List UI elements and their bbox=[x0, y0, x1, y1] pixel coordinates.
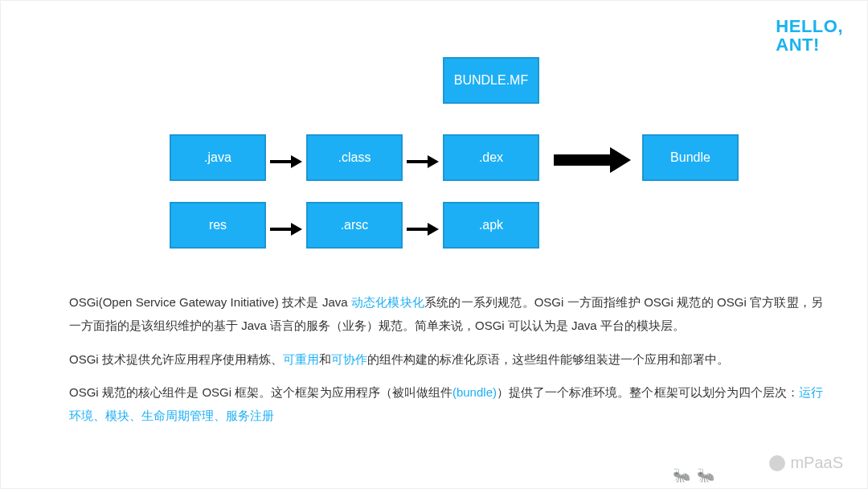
highlight-reusable: 可重用 bbox=[283, 352, 319, 366]
paragraph-3: OSGi 规范的核心组件是 OSGi 框架。这个框架为应用程序（被叫做组件(bu… bbox=[69, 380, 823, 428]
paragraph-1: OSGi(Open Service Gateway Initiative) 技术… bbox=[69, 290, 823, 338]
highlight-bundle: (bundle) bbox=[452, 385, 497, 399]
highlight-dynamic-modular: 动态化模块化 bbox=[351, 295, 424, 309]
ant-decoration-2: 🐜 bbox=[697, 466, 714, 484]
logo-line2: ANT! bbox=[776, 35, 843, 54]
wechat-icon bbox=[769, 455, 785, 471]
arrow-class-to-dex bbox=[407, 155, 439, 168]
highlight-collaborative: 可协作 bbox=[331, 352, 367, 366]
watermark: mPaaS bbox=[769, 454, 843, 472]
description-text: OSGi(Open Service Gateway Initiative) 技术… bbox=[69, 290, 823, 437]
paragraph-2: OSGi 技术提供允许应用程序使用精炼、可重用和可协作的组件构建的标准化原语，这… bbox=[69, 347, 823, 371]
arrow-arsc-to-apk bbox=[407, 223, 439, 236]
box-apk: .apk bbox=[443, 202, 539, 249]
box-class: .class bbox=[306, 134, 403, 181]
box-bundle: Bundle bbox=[642, 134, 739, 181]
box-java: .java bbox=[170, 134, 266, 181]
osgi-bundle-diagram: BUNDLE.MF .java .class .dex res .arsc .a… bbox=[170, 57, 716, 266]
arrow-to-bundle bbox=[554, 147, 631, 173]
watermark-text: mPaaS bbox=[790, 454, 843, 472]
arrow-res-to-arsc bbox=[270, 223, 302, 236]
brand-logo: HELLO, ANT! bbox=[776, 17, 843, 54]
box-res: res bbox=[170, 202, 266, 249]
box-dex: .dex bbox=[443, 134, 539, 181]
arrow-java-to-class bbox=[270, 155, 302, 168]
ant-decoration-1: 🐜 bbox=[673, 466, 690, 484]
box-arsc: .arsc bbox=[306, 202, 403, 249]
box-bundlemf: BUNDLE.MF bbox=[443, 57, 539, 104]
logo-line1: HELLO, bbox=[776, 17, 843, 35]
